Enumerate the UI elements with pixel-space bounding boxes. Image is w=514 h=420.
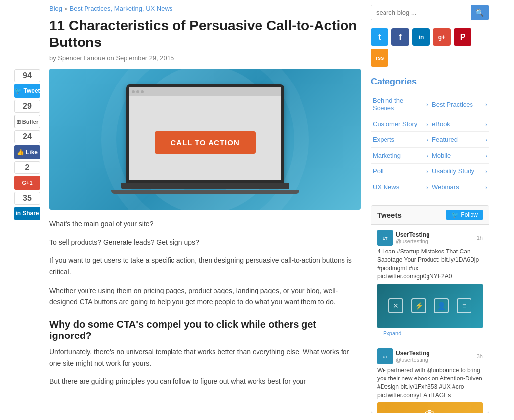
chevron-right-icon: › <box>485 101 487 107</box>
sidebar-twitter-icon[interactable]: t <box>371 28 388 46</box>
category-webinars[interactable]: Webinars › <box>430 179 489 195</box>
article-para-3: If you want to get users to take a speci… <box>49 255 361 278</box>
total-share-count: 94 <box>14 69 40 82</box>
chevron-right-icon: › <box>426 121 428 127</box>
search-input[interactable] <box>371 5 471 20</box>
chevron-right-icon: › <box>485 184 487 190</box>
sidebar-linkedin-icon[interactable]: in <box>412 28 430 46</box>
social-icons-row: t f in g+ P rss <box>371 28 489 67</box>
right-sidebar: 🔍 t f in g+ P rss Categories Behind the … <box>371 5 489 413</box>
tweet-avatar-2: UT <box>377 348 393 364</box>
list-icon: ≡ <box>457 298 471 313</box>
tweet-expand-1[interactable]: Expand <box>377 328 483 338</box>
article-para-6: But there are guiding principles you can… <box>49 376 361 387</box>
chevron-right-icon: › <box>485 153 487 159</box>
buffer-icon: ⊞ <box>16 119 21 125</box>
article-title: 11 Characteristics of Persuasive Call-to… <box>49 17 361 50</box>
category-mobile[interactable]: Mobile › <box>430 148 489 164</box>
bolt-icon: ⚡ <box>411 298 426 313</box>
article-para-5: Unfortunately, there's no universal temp… <box>49 346 361 369</box>
category-customer-story[interactable]: Customer Story › <box>371 116 430 132</box>
sidebar-facebook-icon[interactable]: f <box>391 28 409 46</box>
category-ux-news[interactable]: UX News › <box>371 179 430 195</box>
tweet-username-2: UserTesting <box>396 350 429 357</box>
breadcrumb-separator: » <box>64 5 68 12</box>
category-behind-scenes[interactable]: Behind the Scenes › <box>371 93 430 116</box>
sidebar-rss-icon[interactable]: rss <box>371 49 388 67</box>
thumbs-up-icon: 👍 <box>17 149 24 156</box>
social-sidebar: 94 🐦 Tweet 29 ⊞ Buffer 24 👍 Like 2 G+1 3… <box>10 69 44 413</box>
tweet-time-1: 1h <box>477 235 483 241</box>
breadcrumb: Blog » Best Practices, Marketing, UX New… <box>49 5 361 12</box>
tweet-image-2: 👁 ATTENTION-DRIVENDESIGN:21 VISUAL PRINC… <box>377 402 483 413</box>
article-para-1: What's the main goal of your site? <box>49 218 361 230</box>
chevron-right-icon: › <box>485 121 487 127</box>
categories-title: Categories <box>371 77 489 87</box>
tweet-handle-1: @usertesting <box>396 238 429 244</box>
tweet-user-row-1: UT UserTesting @usertesting 1h <box>377 230 483 246</box>
main-content: Blog » Best Practices, Marketing, UX New… <box>49 5 371 413</box>
chevron-right-icon: › <box>426 101 428 107</box>
article-subheading: Why do some CTA's compel you to click wh… <box>49 319 361 341</box>
tweet-avatar-1: UT <box>377 230 393 246</box>
category-experts[interactable]: Experts › <box>371 132 430 148</box>
category-best-practices[interactable]: Best Practices › <box>430 93 489 116</box>
user-icon: 👤 <box>434 298 449 313</box>
search-box: 🔍 <box>371 5 489 20</box>
breadcrumb-categories-link[interactable]: Best Practices, Marketing, UX News <box>70 5 173 12</box>
category-ebook[interactable]: eBook › <box>430 116 489 132</box>
chevron-right-icon: › <box>426 184 428 190</box>
eye-icon: 👁 <box>424 407 436 413</box>
linkedin-icon: in <box>15 210 21 217</box>
twitter-icon: 🐦 <box>14 87 22 94</box>
categories-grid: Behind the Scenes › Best Practices › Cus… <box>371 93 489 195</box>
chevron-right-icon: › <box>426 168 428 174</box>
follow-button[interactable]: 🐦 Follow <box>446 210 483 220</box>
chevron-right-icon: › <box>485 168 487 174</box>
tweets-body: UT UserTesting @usertesting 1h 4 Lean #S… <box>371 225 489 413</box>
tweet-handle-2: @usertesting <box>396 357 429 363</box>
tweet-button[interactable]: 🐦 Tweet <box>14 84 40 98</box>
tweet-text-2: We partnered with @unbounce to bring you… <box>377 366 483 399</box>
facebook-like-button[interactable]: 👍 Like <box>14 145 40 159</box>
tweets-section: Tweets 🐦 Follow UT <box>371 205 489 413</box>
laptop-graphic: CALL TO ACTION <box>111 84 299 194</box>
svg-text:UT: UT <box>383 236 388 241</box>
gplus-count: 2 <box>14 161 40 174</box>
search-icon: 🔍 <box>475 9 484 17</box>
tweet-count: 29 <box>14 100 40 113</box>
tweet-username-1: UserTesting <box>396 231 429 238</box>
search-button[interactable]: 🔍 <box>471 5 489 20</box>
chevron-right-icon: › <box>426 153 428 159</box>
article-para-2: To sell products? Generate leads? Get si… <box>49 237 361 248</box>
buffer-button[interactable]: ⊞ Buffer <box>14 115 40 128</box>
tweet-image-1: ✕ ⚡ 👤 ≡ <box>377 284 483 328</box>
tweet-user-row-2: UT UserTesting @usertesting 3h <box>377 348 483 364</box>
linkedin-count: 35 <box>14 192 40 205</box>
svg-text:UT: UT <box>383 355 388 359</box>
category-marketing[interactable]: Marketing › <box>371 148 430 164</box>
cta-demo-button: CALL TO ACTION <box>155 131 256 154</box>
tweets-header: Tweets 🐦 Follow <box>371 206 489 225</box>
article-para-4: Whether you're using them on pricing pag… <box>49 285 361 308</box>
category-poll[interactable]: Poll › <box>371 164 430 179</box>
tweet-user-info-2: UserTesting @usertesting <box>396 350 429 363</box>
googleplus-button[interactable]: G+1 <box>14 176 40 190</box>
chevron-right-icon: › <box>485 137 487 143</box>
tweet-item-2: UT UserTesting @usertesting 3h We partne… <box>371 343 489 413</box>
linkedin-share-button[interactable]: in Share <box>14 207 40 220</box>
sidebar-googleplus-icon[interactable]: g+ <box>433 28 451 46</box>
breadcrumb-blog-link[interactable]: Blog <box>49 5 62 12</box>
tweet-user-info-1: UserTesting @usertesting <box>396 231 429 244</box>
category-featured[interactable]: Featured › <box>430 132 489 148</box>
tool-icon: ✕ <box>388 298 403 313</box>
category-usability-study[interactable]: Usability Study › <box>430 164 489 179</box>
tweet-item-1: UT UserTesting @usertesting 1h 4 Lean #S… <box>371 225 489 343</box>
twitter-bird-icon: 🐦 <box>451 211 459 218</box>
article-byline: by Spencer Lanoue on September 29, 2015 <box>49 54 361 62</box>
like-count: 24 <box>14 130 40 143</box>
tweets-title: Tweets <box>377 211 402 219</box>
sidebar-pinterest-icon[interactable]: P <box>454 28 471 46</box>
tweet-text-1: 4 Lean #Startup Mistakes That Can Sabota… <box>377 248 483 281</box>
chevron-right-icon: › <box>426 137 428 143</box>
